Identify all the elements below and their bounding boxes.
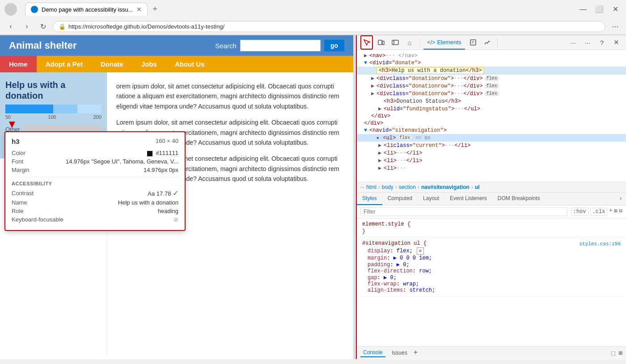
styles-more-button[interactable]: › (619, 196, 626, 202)
nav-about[interactable]: About Us (166, 56, 214, 72)
dom-line-sitenav[interactable]: ▼ <nav id="sitenavigation"> (357, 127, 626, 134)
tab-dom-breakpoints[interactable]: DOM Breakpoints (492, 192, 546, 205)
issues-tab[interactable]: Issues (389, 349, 410, 357)
back-button[interactable]: ‹ (4, 20, 17, 33)
sources-button[interactable] (467, 35, 479, 50)
dom-line-close-div[interactable]: </div> (357, 113, 626, 120)
tooltip-color-label: Color (12, 150, 25, 156)
new-tab-button[interactable]: + (148, 3, 161, 16)
url-bar[interactable]: 🔒 https://microsoftedge.github.io/Demos/… (53, 21, 605, 32)
help-button[interactable]: ? (596, 35, 608, 50)
breadcrumb-ul[interactable]: ul (475, 184, 480, 190)
bottom-right-tools: ⬚ ⊞ (611, 349, 622, 357)
dom-line-donationrow-2[interactable]: ▶ <div class="donationrow"> ···</div> fl… (357, 82, 626, 90)
tooltip-role-row: Role heading (12, 208, 178, 214)
styles-icon-1[interactable]: ⊞ (614, 208, 618, 216)
window-close-button[interactable]: ✕ (609, 3, 622, 16)
tooltip-name-label: Name (12, 199, 27, 206)
nav-adopt[interactable]: Adopt a Pet (37, 56, 92, 72)
dom-line-li-2[interactable]: ▶ <li> ···</li> (357, 149, 626, 157)
css-selector-sitenavigation: #sitenavigation ul { styles.css:156 (362, 240, 621, 247)
go-button[interactable]: go (324, 40, 344, 51)
console-tab[interactable]: Console (360, 348, 385, 357)
dom-triangle-li1[interactable]: ▶ (378, 142, 384, 149)
breadcrumb-section[interactable]: section (399, 184, 416, 190)
dom-line-donation-status-h3[interactable]: ▶ <h3>Donation Status</h3> (357, 97, 626, 105)
active-tab[interactable]: Demo page with accessibility issu... ✕ (25, 3, 148, 16)
tab-computed[interactable]: Computed (382, 192, 418, 205)
dom-line-donationrow-1[interactable]: ▶ <div class="donationrow"> ···</div> fl… (357, 75, 626, 82)
tab-layout[interactable]: Layout (418, 192, 444, 205)
dom-triangle-dr3[interactable]: ▶ (371, 90, 376, 97)
dock-side-button[interactable]: ⬚ (611, 349, 615, 357)
network-button[interactable] (481, 35, 494, 50)
maximize-button[interactable]: ⬜ (593, 3, 605, 16)
dom-line-li-4[interactable]: ▶ <li> ··· (357, 164, 626, 172)
dom-line-li-3[interactable]: ▶ <li> ···</li> (357, 157, 626, 164)
lock-icon: 🔒 (59, 23, 66, 30)
tab-styles[interactable]: Styles (357, 192, 382, 205)
styles-icon-2[interactable]: ⊟ (619, 208, 622, 216)
breadcrumb-bar: ··· html › body › section › nav#sitenavi… (357, 182, 626, 192)
devtools-close-button[interactable]: ✕ (610, 35, 622, 50)
refresh-button[interactable]: ↻ (37, 20, 49, 33)
add-panel-button[interactable]: + (414, 349, 418, 357)
sidebar-toggle-button[interactable] (389, 35, 402, 50)
toolbar-separator (419, 38, 420, 47)
tab-event-listeners[interactable]: Event Listeners (444, 192, 492, 205)
minimize-button[interactable]: — (577, 3, 589, 16)
dom-triangle-funding[interactable]: ▶ (378, 105, 384, 112)
dom-line-ul[interactable]: ▶ ▸ <ul> flex == $0 (357, 134, 626, 142)
dom-triangle-li3[interactable]: ▶ (378, 157, 384, 164)
tooltip-keyboard-label: Keyboard-focusable (12, 216, 63, 223)
address-bar: ‹ › ↻ 🔒 https://microsoftedge.github.io/… (0, 18, 626, 35)
dom-tree[interactable]: ▶ <nav> ··· </nav> ▼ <div id="donate"> ▶… (357, 50, 626, 182)
breadcrumb-html[interactable]: html (366, 184, 376, 190)
breadcrumb-body[interactable]: body (382, 184, 393, 190)
donate-bar-fill (5, 105, 102, 113)
dom-line-donationrow-3[interactable]: ▶ <div class="donationrow"> ···</div> fl… (357, 90, 626, 97)
tab-close-button[interactable]: ✕ (136, 6, 142, 13)
settings-button[interactable]: ··· (581, 35, 594, 50)
tab-title: Demo page with accessibility issu... (42, 6, 133, 13)
cls-button[interactable]: .cls (590, 208, 608, 216)
device-mode-button[interactable] (375, 35, 387, 50)
hov-button[interactable]: :hov (571, 208, 588, 216)
css-rule-link[interactable]: styles.css:156 (579, 241, 621, 247)
nav-donate[interactable]: Donate (92, 56, 132, 72)
tooltip-accessibility-title: ACCESSIBILITY (12, 181, 178, 186)
dom-line-fundingstatus[interactable]: ▶ <ul id="fundingstatus"> ···</ul> (357, 105, 626, 113)
site-title: Animal shelter (9, 40, 77, 51)
nav-home[interactable]: Home (0, 56, 37, 72)
nav-jobs[interactable]: Jobs (132, 56, 166, 72)
ul-flex-badge: flex (398, 135, 412, 140)
dom-h3-element[interactable]: <h3>Help us with a donation</h3> (376, 67, 484, 74)
home-button[interactable]: ⌂ (403, 35, 416, 50)
undock-button[interactable]: ⊞ (619, 349, 622, 357)
site-header: Animal shelter Search go (0, 35, 353, 56)
dom-triangle-donate[interactable]: ▼ (364, 60, 369, 66)
inspect-tool-button[interactable] (360, 35, 373, 50)
browser-menu-button[interactable]: ··· (609, 20, 622, 33)
more-tools-button[interactable]: ··· (567, 35, 579, 50)
dom-triangle-li2[interactable]: ▶ (378, 150, 384, 156)
search-input[interactable] (240, 40, 321, 51)
dom-triangle-dr1[interactable]: ▶ (371, 75, 376, 82)
add-style-button[interactable]: + (609, 208, 612, 216)
dom-triangle-dr2[interactable]: ▶ (371, 83, 376, 89)
breadcrumb-sitenavigation[interactable]: nav#sitenavigation (421, 184, 470, 190)
styles-filter-input[interactable] (360, 207, 567, 216)
forward-button[interactable]: › (21, 20, 33, 33)
css-margin-row: margin: ▶ 0 0 0 1em; (368, 255, 621, 261)
css-gap-row: gap: ▶ 0; (368, 274, 621, 281)
dom-triangle-sitenav[interactable]: ▼ (364, 127, 369, 134)
dom-triangle-li4[interactable]: ▶ (378, 165, 384, 172)
styles-panel[interactable]: element.style { } #sitenavigation ul { s… (357, 218, 626, 347)
dom-line-close-donate[interactable]: </div> (357, 120, 626, 127)
dom-line-li-current[interactable]: ▶ <li class="current"> ···</li> (357, 142, 626, 149)
dom-line-nav[interactable]: ▶ <nav> ··· </nav> (357, 52, 626, 59)
dom-triangle-nav[interactable]: ▶ (364, 52, 369, 59)
dom-line-donate[interactable]: ▼ <div id="donate"> (357, 59, 626, 67)
elements-tab[interactable]: </> Elements (423, 35, 465, 50)
dom-line-h3[interactable]: ▶ <h3>Help us with a donation</h3> (357, 67, 626, 75)
